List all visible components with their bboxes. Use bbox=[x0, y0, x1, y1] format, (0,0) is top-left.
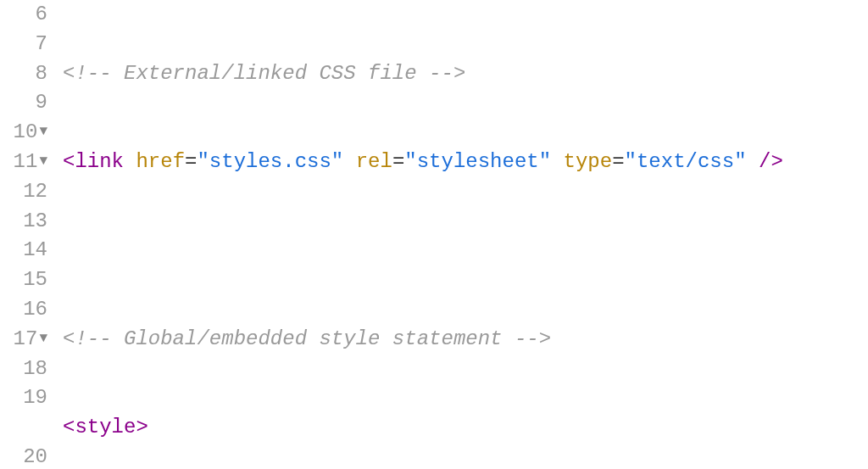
line-number: 8 bbox=[0, 59, 47, 89]
line-number: 15 bbox=[0, 265, 47, 295]
code-line[interactable]: <style> bbox=[63, 413, 868, 443]
line-number: 18 bbox=[0, 355, 47, 384]
code-line[interactable]: <!-- Global/embedded style statement --> bbox=[63, 325, 868, 355]
line-number: 7 bbox=[0, 30, 47, 59]
line-number: 13 bbox=[0, 207, 47, 237]
tag-name: style bbox=[75, 413, 136, 443]
attr-value: "text/css" bbox=[625, 148, 747, 177]
fold-toggle-icon[interactable]: ▼ bbox=[39, 329, 47, 349]
attr-value: "styles.css" bbox=[197, 148, 343, 177]
line-number[interactable]: 17▼ bbox=[0, 325, 47, 355]
fold-toggle-icon[interactable]: ▼ bbox=[39, 152, 47, 171]
line-number: 16 bbox=[0, 295, 47, 325]
code-editor-content[interactable]: <!-- External/linked CSS file --> <link … bbox=[53, 0, 868, 469]
line-number: 9 bbox=[0, 88, 47, 118]
line-number: 19 bbox=[0, 383, 47, 413]
line-number[interactable]: 11▼ bbox=[0, 148, 47, 177]
code-line[interactable]: <link href="styles.css" rel="stylesheet"… bbox=[63, 148, 868, 177]
code-line[interactable]: <!-- External/linked CSS file --> bbox=[63, 59, 868, 89]
code-line[interactable] bbox=[63, 236, 868, 265]
attr-name: type bbox=[564, 148, 613, 177]
fold-toggle-icon[interactable]: ▼ bbox=[39, 122, 47, 142]
line-number: 14 bbox=[0, 236, 47, 265]
line-number: 20 bbox=[0, 443, 47, 469]
attr-name: href bbox=[136, 148, 185, 177]
line-number[interactable]: 10▼ bbox=[0, 118, 47, 148]
line-number-gutter: 6 7 8 9 10▼ 11▼ 12 13 14 15 16 17▼ 18 19… bbox=[0, 0, 53, 469]
line-number: 6 bbox=[0, 0, 47, 30]
attr-value: "stylesheet" bbox=[404, 148, 551, 177]
attr-name: rel bbox=[356, 148, 392, 177]
line-number bbox=[0, 413, 47, 443]
comment-text: <!-- Global/embedded style statement --> bbox=[63, 325, 551, 355]
line-number: 12 bbox=[0, 177, 47, 207]
tag-name: link bbox=[75, 148, 124, 177]
comment-text: <!-- External/linked CSS file --> bbox=[63, 59, 465, 89]
